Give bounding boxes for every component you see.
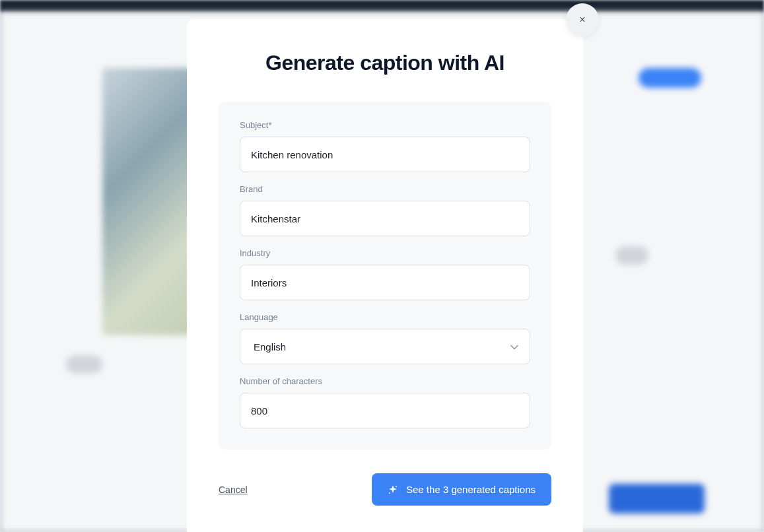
char-count-group: Number of characters (240, 376, 530, 428)
language-label: Language (240, 312, 530, 322)
brand-group: Brand (240, 184, 530, 236)
bg-badge (639, 68, 701, 88)
industry-input[interactable] (240, 265, 530, 300)
sparkle-icon (388, 484, 398, 495)
char-count-label: Number of characters (240, 376, 530, 386)
language-group: Language English (240, 312, 530, 364)
language-select[interactable]: English (240, 329, 530, 364)
modal-title: Generate caption with AI (219, 51, 551, 75)
bg-pill (66, 355, 102, 374)
brand-input[interactable] (240, 201, 530, 236)
svg-point-1 (389, 492, 390, 494)
bg-button (609, 484, 705, 514)
bg-toggle (615, 246, 648, 265)
svg-point-0 (396, 486, 397, 487)
form-container: Subject* Brand Industry Language English (219, 102, 551, 449)
subject-input[interactable] (240, 137, 530, 172)
required-asterisk: * (268, 120, 271, 130)
char-count-input[interactable] (240, 393, 530, 428)
modal-footer: Cancel See the 3 generated captions (219, 473, 551, 506)
cancel-button[interactable]: Cancel (219, 484, 248, 495)
subject-group: Subject* (240, 120, 530, 172)
industry-group: Industry (240, 248, 530, 300)
subject-label-text: Subject (240, 120, 268, 130)
generate-captions-button[interactable]: See the 3 generated captions (372, 473, 551, 506)
generate-caption-modal: × Generate caption with AI Subject* Bran… (187, 19, 583, 532)
close-button[interactable]: × (566, 3, 599, 36)
subject-label: Subject* (240, 120, 530, 130)
generate-button-label: See the 3 generated captions (406, 484, 536, 495)
close-icon: × (579, 14, 585, 26)
brand-label: Brand (240, 184, 530, 194)
industry-label: Industry (240, 248, 530, 258)
bg-header (0, 0, 764, 12)
language-select-wrapper: English (240, 329, 530, 364)
language-value: English (254, 341, 286, 352)
